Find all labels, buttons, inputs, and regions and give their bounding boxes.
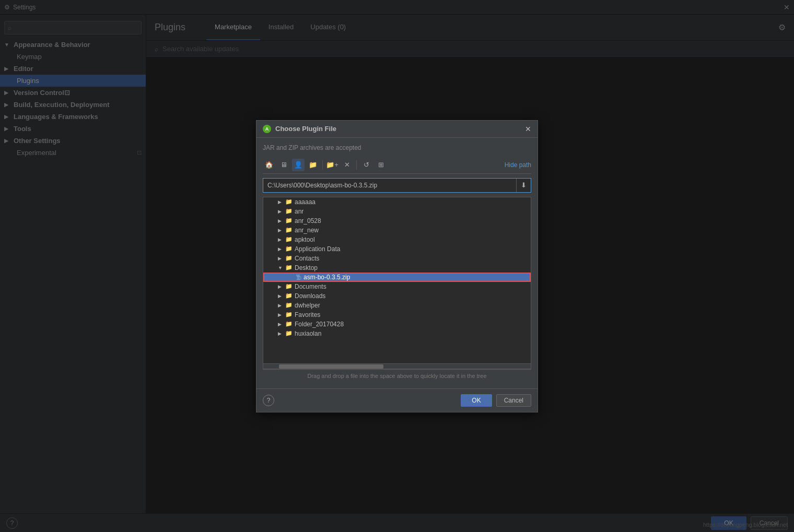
path-input[interactable] bbox=[263, 180, 516, 191]
tree-label-anr0528: anr_0528 bbox=[295, 217, 321, 224]
tree-arrow-aaaaaa: ▶ bbox=[278, 199, 285, 205]
tree-arrow-anr: ▶ bbox=[278, 209, 285, 214]
folder-icon-dwhelper: 📁 bbox=[285, 302, 293, 309]
tree-label-anrnew: anr_new bbox=[295, 227, 319, 234]
folder-icon-downloads: 📁 bbox=[285, 292, 293, 299]
tree-arrow-documents: ▶ bbox=[278, 284, 285, 289]
dialog-close-button[interactable]: ✕ bbox=[525, 125, 531, 133]
dialog-help-button[interactable]: ? bbox=[263, 395, 274, 406]
folder-icon-contacts: 📁 bbox=[285, 255, 293, 262]
tree-label-favorites: Favorites bbox=[295, 311, 320, 318]
toolbar-delete-button[interactable]: ✕ bbox=[341, 159, 353, 171]
tree-item-documents[interactable]: ▶ 📁 Documents bbox=[263, 282, 531, 291]
toolbar-expand-button[interactable]: ⊞ bbox=[375, 159, 387, 171]
choose-plugin-dialog: A Choose Plugin File ✕ JAR and ZIP archi… bbox=[256, 120, 538, 412]
toolbar-home-button[interactable]: 🏠 bbox=[263, 159, 275, 171]
folder-icon-anrnew: 📁 bbox=[285, 227, 293, 233]
dialog-titlebar: A Choose Plugin File ✕ bbox=[256, 121, 538, 138]
tree-label-documents: Documents bbox=[295, 283, 326, 290]
tree-arrow-favorites: ▶ bbox=[278, 312, 285, 317]
tree-item-appdata[interactable]: ▶ 📁 Application Data bbox=[263, 244, 531, 254]
tree-item-anrnew[interactable]: ▶ 📁 anr_new bbox=[263, 226, 531, 235]
folder-icon-documents: 📁 bbox=[285, 283, 293, 290]
folder-icon-anr0528: 📁 bbox=[285, 217, 293, 224]
tree-label-dwhelper: dwhelper bbox=[295, 302, 320, 309]
tree-label-appdata: Application Data bbox=[295, 245, 340, 253]
tree-label-anr: anr bbox=[295, 208, 303, 215]
toolbar-separator-1 bbox=[322, 160, 323, 170]
tree-label-aaaaaa: aaaaaa bbox=[295, 198, 316, 206]
tree-label-folder20170428: Folder_20170428 bbox=[295, 321, 344, 328]
horizontal-scrollbar[interactable] bbox=[263, 364, 531, 369]
toolbar-folder-button[interactable]: 📁 bbox=[307, 159, 319, 171]
dialog-toolbar: 🏠 🖥 👤 📁 📁+ ✕ ↺ ⊞ Hide path bbox=[263, 157, 531, 174]
hscrollbar-thumb bbox=[279, 364, 383, 369]
tree-arrow-desktop: ▼ bbox=[278, 265, 285, 270]
tree-label-apktool: apktool bbox=[295, 236, 315, 243]
folder-icon-huxiaolan: 📁 bbox=[285, 330, 293, 337]
folder-icon-apktool: 📁 bbox=[285, 236, 293, 243]
toolbar-separator-2 bbox=[356, 160, 357, 170]
folder-icon-aaaaaa: 📁 bbox=[285, 198, 293, 205]
dialog-footer: ? OK Cancel bbox=[256, 388, 538, 412]
tree-label-huxiaolan: huxiaolan bbox=[295, 330, 321, 337]
tree-item-aaaaaa[interactable]: ▶ 📁 aaaaaa bbox=[263, 197, 531, 207]
tree-label-contacts: Contacts bbox=[295, 255, 319, 262]
folder-icon-favorites: 📁 bbox=[285, 311, 293, 318]
tree-item-anr[interactable]: ▶ 📁 anr bbox=[263, 207, 531, 216]
tree-item-huxiaolan[interactable]: ▶ 📁 huxiaolan bbox=[263, 329, 531, 338]
folder-icon-appdata: 📁 bbox=[285, 245, 293, 252]
dialog-ok-button[interactable]: OK bbox=[461, 394, 492, 407]
tree-arrow-apktool: ▶ bbox=[278, 237, 285, 242]
drag-hint: Drag and drop a file into the space abov… bbox=[263, 369, 531, 382]
hide-path-button[interactable]: Hide path bbox=[505, 161, 531, 169]
tree-item-anr0528[interactable]: ▶ 📁 anr_0528 bbox=[263, 216, 531, 226]
tree-item-contacts[interactable]: ▶ 📁 Contacts bbox=[263, 254, 531, 263]
toolbar-user-button[interactable]: 👤 bbox=[292, 159, 305, 171]
folder-icon-folder20170428: 📁 bbox=[285, 321, 293, 327]
dialog-body: JAR and ZIP archives are accepted 🏠 🖥 👤 … bbox=[256, 138, 538, 388]
tree-arrow-contacts: ▶ bbox=[278, 256, 285, 261]
tree-arrow-huxiaolan: ▶ bbox=[278, 331, 285, 336]
toolbar-new-folder-button[interactable]: 📁+ bbox=[326, 159, 338, 171]
toolbar-refresh-button[interactable]: ↺ bbox=[360, 159, 372, 171]
tree-item-dwhelper[interactable]: ▶ 📁 dwhelper bbox=[263, 301, 531, 310]
tree-item-favorites[interactable]: ▶ 📁 Favorites bbox=[263, 310, 531, 320]
dialog-cancel-button[interactable]: Cancel bbox=[496, 394, 531, 407]
path-download-button[interactable]: ⬇ bbox=[516, 179, 531, 192]
tree-label-asmbo: asm-bo-0.3.5.zip bbox=[303, 274, 350, 281]
tree-label-downloads: Downloads bbox=[295, 292, 325, 300]
dialog-overlay: A Choose Plugin File ✕ JAR and ZIP archi… bbox=[0, 0, 794, 532]
folder-icon-desktop: 📁 bbox=[285, 264, 293, 271]
tree-arrow-downloads: ▶ bbox=[278, 293, 285, 299]
dialog-title-icon: A bbox=[263, 125, 271, 133]
tree-item-apktool[interactable]: ▶ 📁 apktool bbox=[263, 235, 531, 244]
tree-arrow-anrnew: ▶ bbox=[278, 228, 285, 233]
dialog-title-text: Choose Plugin File bbox=[275, 125, 336, 133]
tree-item-asmbo[interactable]: 🗜 asm-bo-0.3.5.zip bbox=[263, 273, 531, 282]
path-input-row: ⬇ bbox=[263, 178, 531, 193]
tree-arrow-dwhelper: ▶ bbox=[278, 303, 285, 308]
tree-label-desktop: Desktop bbox=[295, 264, 318, 271]
tree-arrow-anr0528: ▶ bbox=[278, 218, 285, 223]
file-tree[interactable]: ▶ 📁 aaaaaa ▶ 📁 anr ▶ 📁 anr_0528 bbox=[263, 197, 531, 364]
dialog-hint: JAR and ZIP archives are accepted bbox=[263, 144, 531, 151]
tree-item-desktop[interactable]: ▼ 📁 Desktop bbox=[263, 263, 531, 273]
tree-item-folder20170428[interactable]: ▶ 📁 Folder_20170428 bbox=[263, 320, 531, 329]
tree-arrow-folder20170428: ▶ bbox=[278, 322, 285, 327]
tree-item-downloads[interactable]: ▶ 📁 Downloads bbox=[263, 291, 531, 301]
file-icon-asmbo: 🗜 bbox=[296, 274, 301, 280]
toolbar-monitor-button[interactable]: 🖥 bbox=[277, 159, 290, 171]
tree-arrow-appdata: ▶ bbox=[278, 246, 285, 252]
folder-icon-anr: 📁 bbox=[285, 208, 293, 215]
